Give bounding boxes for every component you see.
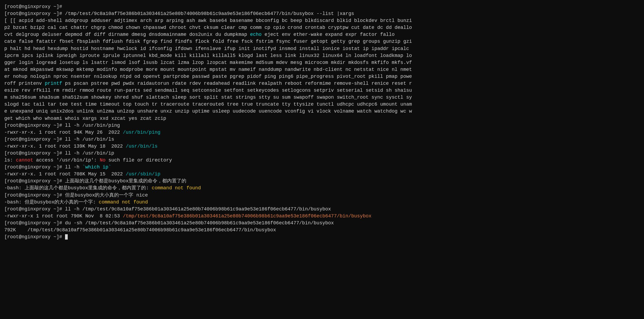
which-ip-cmd: `which ip` [82, 164, 111, 170]
prompt: [root@nginxproxy ~]# [4, 4, 62, 9]
line-18: [root@nginxproxy ~]# ll -h /usr/bin/ping [4, 122, 640, 129]
line-28: [root@nginxproxy ~]# 但是busybox的大小真的一个字 n… [4, 192, 640, 199]
ping-link: /usr/bin/ping [123, 130, 160, 135]
line-19: -rwxr-xr-x. 1 root root 94K May 26 2022 … [4, 129, 640, 136]
line-3: [ [[ acpid add-shell addgroup adduser ad… [4, 17, 640, 24]
echo-highlight: echo [250, 32, 262, 37]
terminal: [root@nginxproxy ~]# [root@nginxproxy ~]… [4, 3, 640, 240]
line-23: ls: cannot access '/usr/bin/ip': No such… [4, 157, 640, 164]
prompt: [root@nginxproxy ~]# ll -h /usr/bin/ping [4, 123, 120, 128]
line-12: roff printenv printf ps pscan pstree pwd… [4, 80, 640, 87]
line-15: slogd tac tail tar tee test time timeout… [4, 101, 640, 108]
line-32: [root@nginxproxy ~]# du -sh /tmp/test/9c… [4, 220, 640, 226]
line-22: [root@nginxproxy ~]# ll -h /usr/bin/ip [4, 150, 640, 157]
sbin-ip-link: /usr/sbin/ip [126, 171, 161, 177]
line-14: m sha256sum sha3sum sha512sum showkey sh… [4, 94, 640, 101]
line-17: get which who whoami whois xargs xxd xzc… [4, 115, 640, 122]
line-11: er nohup nologin nproc nsenter nslookup … [4, 73, 640, 80]
line-27: -bash: 上面敲的这几个都是busybox里集成的命令，都内置了的: com… [4, 185, 640, 191]
line-31: -rwxr-xr-x 1 root root 790K Nov 8 02:53 … [4, 213, 640, 220]
line-33: 792K /tmp/test/9c8a10af75e386b01a303461a… [4, 226, 640, 233]
prompt: [root@nginxproxy ~]# du -sh /tmp/test/9c… [4, 220, 334, 226]
line-5: cvt delgroup deluser depmod df diff dirn… [4, 31, 640, 38]
line-7: p halt hd head hexdump hostid hostname h… [4, 45, 640, 52]
line-24: [root@nginxproxy ~]# ll -h `which ip` [4, 164, 640, 171]
prompt: [root@nginxproxy ~]# ll -h /usr/bin/ls [4, 137, 114, 142]
busybox-link: /tmp/test/9c8a10af75e386b01a303461a25e80… [123, 213, 372, 219]
prompt: [root@nginxproxy ~]# 上面敲的这几个都是busybox里集成… [4, 178, 186, 184]
not-found-1: command not found [152, 185, 201, 191]
ls-link: /usr/bin/ls [126, 144, 158, 149]
line-21: -rwxr-xr-x. 1 root root 139K May 18 2022… [4, 143, 640, 150]
cursor [65, 234, 68, 240]
line-6: cate false fatattr fbset fbsplash fdflus… [4, 38, 640, 45]
prompt: [root@nginxproxy ~]# /tmp/test/9c8a10af7… [4, 11, 354, 16]
no-text: No [100, 157, 105, 163]
prompt: [root@nginxproxy ~]# ll -h /tmp/test/9c8… [4, 206, 331, 212]
line-10: at mknod mkpasswd mkswap mktemp modinfo … [4, 66, 640, 73]
line-1: [root@nginxproxy ~]# [4, 3, 640, 10]
line-26: [root@nginxproxy ~]# 上面敲的这几个都是busybox里集成… [4, 178, 640, 185]
line-8: ipcrm ipcs iplink ipneigh iproute iprule… [4, 52, 640, 59]
line-16: e unexpand uniq unix2dos unlink unlzma u… [4, 108, 640, 115]
prompt: [root@nginxproxy ~]# [4, 234, 65, 240]
cannot-text: cannot [16, 157, 33, 163]
line-34: [root@nginxproxy ~]# [4, 233, 640, 240]
printf-highlight: printf [45, 81, 62, 86]
prompt: [root@nginxproxy ~]# ll -h [4, 164, 82, 170]
not-found-2: command not found [99, 199, 148, 205]
line-2: [root@nginxproxy ~]# /tmp/test/9c8a10af7… [4, 10, 640, 17]
line-30: [root@nginxproxy ~]# ll -h /tmp/test/9c8… [4, 206, 640, 213]
prompt: [root@nginxproxy ~]# ll -h /usr/bin/ip [4, 151, 114, 156]
prompt: [root@nginxproxy ~]# 但是busybox的大小真的一个字 n… [4, 193, 148, 198]
line-9: gger login logread losetup ls lsattr lsm… [4, 59, 640, 66]
line-29: -bash: 但是busybox的大小真的一个字: command not fo… [4, 199, 640, 206]
line-25: -rwxr-xr-x. 1 root root 708K May 15 2022… [4, 171, 640, 178]
line-20: [root@nginxproxy ~]# ll -h /usr/bin/ls [4, 136, 640, 143]
line-4: p2 bzcat bzip2 cal cat chattr chgrp chmo… [4, 24, 640, 31]
line-13: esize rev rfkill rm rmdir rmmod route ru… [4, 87, 640, 94]
